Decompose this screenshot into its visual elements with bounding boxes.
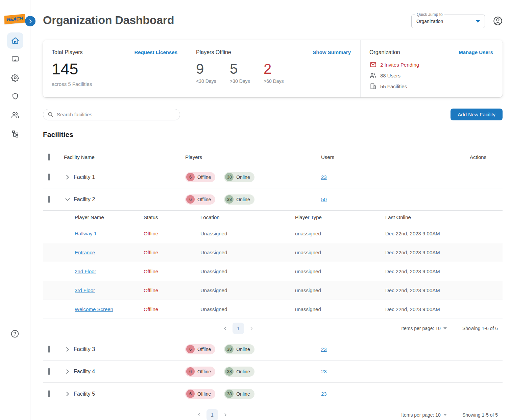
page-number-button[interactable]: 1 — [233, 323, 244, 334]
users-count-text: 88 Users — [380, 73, 400, 78]
items-per-page-select[interactable]: Items per page: 10 — [401, 326, 447, 331]
next-page-icon[interactable] — [223, 412, 228, 417]
player-status: Offline — [144, 231, 200, 236]
reach-logo: REACH — [4, 15, 25, 23]
player-last-online: Dec 22nd, 2023 9:00AM — [385, 269, 503, 274]
request-licenses-link[interactable]: Request Licenses — [134, 49, 177, 55]
chevron-right-icon[interactable] — [64, 173, 71, 181]
player-location: Unassigned — [200, 250, 295, 255]
facility-users-link[interactable]: 23 — [321, 174, 327, 180]
player-row: Welcome Screen Offline Unassigned unassi… — [43, 300, 503, 319]
items-per-page-select[interactable]: Items per page: 10 — [401, 412, 447, 418]
items-per-page-label: Items per page: 10 — [401, 412, 441, 418]
player-row: 2nd Floor Offline Unassigned unassigned … — [43, 262, 503, 281]
facilities-count-item: 55 Facilities — [369, 81, 493, 92]
offline-badge: 6Offline — [185, 389, 215, 399]
sidebar-item-security[interactable] — [7, 88, 23, 104]
sidebar-item-hierarchy[interactable] — [7, 125, 23, 142]
facility-users-link[interactable]: 23 — [321, 346, 327, 352]
offline-badge: 6Offline — [185, 172, 215, 182]
sidebar-expand-button[interactable] — [25, 16, 35, 26]
players-offline-title: Players Offline — [196, 49, 231, 55]
player-type: unassigned — [295, 250, 385, 255]
facility-row: Facility 4 6Offline 38Online 23 — [43, 360, 503, 383]
facility-users-link[interactable]: 50 — [321, 196, 327, 202]
manage-users-link[interactable]: Manage Users — [459, 49, 493, 55]
gear-icon — [11, 74, 19, 82]
quick-jump-value: Organization — [416, 19, 443, 24]
select-all-checkbox[interactable] — [48, 154, 50, 161]
users-icon — [369, 72, 377, 79]
previous-page-icon[interactable] — [223, 326, 228, 331]
stats-card: Total Players Request Licenses 145 acros… — [43, 40, 503, 97]
player-name-link[interactable]: Welcome Screen — [75, 306, 113, 312]
items-per-page-label: Items per page: 10 — [401, 326, 441, 331]
total-players-value: 145 — [52, 60, 177, 78]
chevron-right-icon[interactable] — [64, 368, 71, 375]
facilities-toolbar: Add New Facility — [43, 109, 503, 120]
facility-name: Facility 4 — [74, 369, 95, 375]
player-type: unassigned — [295, 306, 385, 312]
offline-bucket: 9 <30 Days — [196, 61, 230, 84]
previous-page-icon[interactable] — [197, 412, 202, 417]
player-type: unassigned — [295, 287, 385, 293]
online-badge: 38Online — [224, 344, 254, 354]
subtable-pagination: 1 Items per page: 10 Showing 1-6 of 6 — [43, 319, 503, 338]
offline-bucket: 5 >30 Days — [230, 61, 264, 84]
player-location: Unassigned — [200, 269, 295, 274]
row-checkbox[interactable] — [48, 196, 50, 203]
player-name-link[interactable]: 3rd Floor — [75, 287, 95, 293]
player-row: Entrance Offline Unassigned unassigned D… — [43, 243, 503, 262]
offline-lt30-value: 9 — [196, 61, 230, 77]
add-new-facility-button[interactable]: Add New Facility — [451, 109, 503, 120]
facility-users-link[interactable]: 23 — [321, 369, 327, 374]
player-status: Offline — [144, 287, 200, 293]
sidebar-item-settings[interactable] — [7, 70, 23, 86]
player-status: Offline — [144, 269, 200, 274]
row-checkbox[interactable] — [48, 173, 50, 181]
chevron-right-icon[interactable] — [64, 346, 71, 353]
chevron-down-icon — [443, 414, 447, 416]
row-checkbox[interactable] — [48, 368, 50, 375]
row-checkbox[interactable] — [48, 346, 50, 353]
chevron-right-icon — [28, 19, 33, 24]
player-name-link[interactable]: 2nd Floor — [75, 269, 96, 274]
facility-users-link[interactable]: 23 — [321, 391, 327, 397]
player-name-link[interactable]: Hallway 1 — [75, 231, 97, 236]
quick-jump-select[interactable]: Quick Jump to Organization — [411, 15, 485, 28]
online-badge: 38Online — [224, 367, 254, 377]
building-icon — [369, 83, 377, 90]
chevron-down-icon[interactable] — [64, 196, 71, 203]
organization-title: Organization — [369, 49, 400, 55]
players-subtable-header: Player Name Status Location Player Type … — [43, 211, 503, 224]
player-type: unassigned — [295, 269, 385, 274]
player-last-online: Dec 22nd, 2023 9:00AM — [385, 231, 503, 236]
help-button[interactable] — [10, 329, 19, 338]
reach-logo-text: REACH — [4, 14, 25, 24]
offline-badge: 6Offline — [185, 367, 215, 377]
search-input[interactable] — [57, 112, 176, 117]
offline-badge: 6Offline — [185, 344, 215, 354]
show-summary-link[interactable]: Show Summary — [313, 49, 351, 55]
next-page-icon[interactable] — [249, 326, 254, 331]
player-location: Unassigned — [200, 231, 295, 236]
column-facility-name: Facility Name — [64, 154, 185, 160]
sidebar-item-users[interactable] — [7, 107, 23, 123]
player-location: Unassigned — [200, 287, 295, 293]
account-avatar-button[interactable] — [493, 16, 503, 26]
chevron-right-icon[interactable] — [64, 390, 71, 398]
chevron-down-icon — [443, 327, 447, 329]
page-number-button[interactable]: 1 — [206, 409, 218, 420]
topbar: Organization Dashboard Quick Jump to Org… — [30, 0, 511, 28]
facilities-heading: Facilities — [43, 131, 511, 139]
column-actions: Actions — [470, 154, 503, 160]
row-checkbox[interactable] — [48, 390, 50, 397]
offline-gt60-label: >60 Days — [264, 78, 297, 84]
sidebar-item-home[interactable] — [7, 32, 23, 49]
column-player-type: Player Type — [295, 214, 385, 220]
facility-row: Facility 1 6Offline 38Online 23 — [43, 166, 503, 188]
sidebar-item-screens[interactable] — [7, 51, 23, 67]
player-name-link[interactable]: Entrance — [75, 250, 95, 255]
offline-gt30-value: 5 — [230, 61, 264, 77]
users-count-item: 88 Users — [369, 70, 493, 81]
